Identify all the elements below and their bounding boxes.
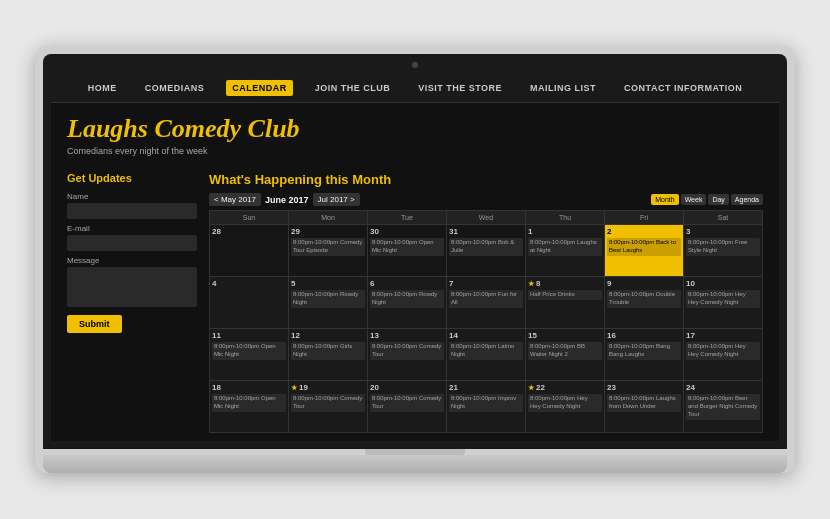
date-number: 24 — [686, 383, 760, 392]
view-agenda-btn[interactable]: Agenda — [731, 194, 763, 205]
contact-sidebar: Get Updates Name E-mail Message Submit — [67, 172, 197, 433]
day-mon: Mon — [289, 211, 368, 225]
calendar-cell[interactable]: 28 — [210, 225, 289, 277]
calendar-cell[interactable]: 98:00pm-10:00pm Double Trouble — [605, 277, 684, 329]
date-number: 4 — [212, 279, 286, 288]
date-number: 18 — [212, 383, 286, 392]
calendar-cell[interactable]: 248:00pm-10:00pm Beer and Burger Night C… — [684, 381, 763, 433]
star-icon: ★ — [528, 384, 536, 391]
calendar-event[interactable]: 8:00pm-10:00pm Rowdy Night — [370, 290, 444, 308]
calendar-cell[interactable]: ★ 198:00pm-10:00pm Comedy Tour — [289, 381, 368, 433]
calendar-event[interactable]: 8:00pm-10:00pm Comedy Tour — [291, 394, 365, 412]
calendar-cell[interactable]: 18:00pm-10:00pm Laughs at Night — [526, 225, 605, 277]
calendar-cell[interactable]: 158:00pm-10:00pm BB Waiter Night 2 — [526, 329, 605, 381]
current-month: June 2017 — [265, 195, 309, 205]
calendar-cell[interactable]: 38:00pm-10:00pm Free Style Night — [684, 225, 763, 277]
calendar-cell[interactable]: 178:00pm-10:00pm Hey Hey Comedy Night — [684, 329, 763, 381]
calendar-event[interactable]: 8:00pm-10:00pm BB Waiter Night 2 — [528, 342, 602, 360]
calendar-event[interactable]: 8:00pm-10:00pm Back to Best Laughs — [607, 238, 681, 256]
calendar-event[interactable]: 8:00pm-10:00pm Laughs from Down Under — [607, 394, 681, 412]
calendar-cell[interactable]: 108:00pm-10:00pm Hey Hey Comedy Night — [684, 277, 763, 329]
date-number: 13 — [370, 331, 444, 340]
calendar-event[interactable]: 8:00pm-10:00pm Comedy Tour Episode — [291, 238, 365, 256]
calendar-event[interactable]: 8:00pm-10:00pm Bob & Julie — [449, 238, 523, 256]
calendar-cell[interactable]: ★ 8Half Price Drinks — [526, 277, 605, 329]
calendar-cell[interactable]: 168:00pm-10:00pm Bang Bang Laughs — [605, 329, 684, 381]
calendar-event[interactable]: 8:00pm-10:00pm Free Style Night — [686, 238, 760, 256]
prev-month-btn[interactable]: < May 2017 — [209, 193, 261, 206]
day-sat: Sat — [684, 211, 763, 225]
calendar-cell[interactable]: 28:00pm-10:00pm Back to Best Laughs — [605, 225, 684, 277]
calendar-controls: < May 2017 June 2017 Jul 2017 > Month We… — [209, 193, 763, 206]
date-number: 12 — [291, 331, 365, 340]
calendar-cell[interactable]: 138:00pm-10:00pm Comedy Tour — [368, 329, 447, 381]
calendar-cell[interactable]: 58:00pm-10:00pm Rowdy Night — [289, 277, 368, 329]
date-number: 9 — [607, 279, 681, 288]
calendar-event[interactable]: 8:00pm-10:00pm Girls Night — [291, 342, 365, 360]
calendar-cell[interactable]: 118:00pm-10:00pm Open Mic Night — [210, 329, 289, 381]
message-input[interactable] — [67, 267, 197, 307]
calendar-cell[interactable]: 318:00pm-10:00pm Bob & Julie — [447, 225, 526, 277]
calendar-event[interactable]: 8:00pm-10:00pm Laughs at Night — [528, 238, 602, 256]
date-number: 31 — [449, 227, 523, 236]
nav-calendar[interactable]: CALENDAR — [226, 80, 293, 96]
date-number: 30 — [370, 227, 444, 236]
nav-home[interactable]: HOME — [82, 80, 123, 96]
calendar-cell[interactable]: 188:00pm-10:00pm Open Mic Night — [210, 381, 289, 433]
nav-contact[interactable]: CONTACT INFORMATION — [618, 80, 748, 96]
date-number: 14 — [449, 331, 523, 340]
date-number: 11 — [212, 331, 286, 340]
calendar-event[interactable]: 8:00pm-10:00pm Beer and Burger Night Com… — [686, 394, 760, 419]
calendar-cell[interactable]: 4 — [210, 277, 289, 329]
nav-comedians[interactable]: COMEDIANS — [139, 80, 211, 96]
calendar-event[interactable]: 8:00pm-10:00pm Hey Hey Comedy Night — [686, 290, 760, 308]
nav-join[interactable]: JOIN THE CLUB — [309, 80, 397, 96]
calendar-cell[interactable]: 68:00pm-10:00pm Rowdy Night — [368, 277, 447, 329]
calendar-cell[interactable]: 218:00pm-10:00pm Improv Night — [447, 381, 526, 433]
view-buttons: Month Week Day Agenda — [651, 194, 763, 205]
calendar-event[interactable]: 8:00pm-10:00pm Comedy Tour — [370, 394, 444, 412]
message-label: Message — [67, 256, 197, 265]
calendar-event[interactable]: 8:00pm-10:00pm Hey Hey Comedy Night — [528, 394, 602, 412]
calendar-event[interactable]: 8:00pm-10:00pm Latino Night — [449, 342, 523, 360]
calendar-cell[interactable]: 308:00pm-10:00pm Open Mic Night — [368, 225, 447, 277]
calendar-event[interactable]: 8:00pm-10:00pm Double Trouble — [607, 290, 681, 308]
calendar-cell[interactable]: 298:00pm-10:00pm Comedy Tour Episode — [289, 225, 368, 277]
calendar-event[interactable]: 8:00pm-10:00pm Hey Hey Comedy Night — [686, 342, 760, 360]
star-icon: ★ — [528, 280, 536, 287]
calendar-event[interactable]: Half Price Drinks — [528, 290, 602, 300]
next-month-btn[interactable]: Jul 2017 > — [313, 193, 360, 206]
calendar-event[interactable]: 8:00pm-10:00pm Open Mic Night — [212, 394, 286, 412]
calendar-event[interactable]: 8:00pm-10:00pm Bang Bang Laughs — [607, 342, 681, 360]
view-week-btn[interactable]: Week — [681, 194, 707, 205]
calendar-week-row: 458:00pm-10:00pm Rowdy Night68:00pm-10:0… — [210, 277, 763, 329]
email-input[interactable] — [67, 235, 197, 251]
calendar-cell[interactable]: 128:00pm-10:00pm Girls Night — [289, 329, 368, 381]
calendar-section: What's Happening this Month < May 2017 J… — [209, 172, 763, 433]
calendar-event[interactable]: 8:00pm-10:00pm Rowdy Night — [291, 290, 365, 308]
calendar-event[interactable]: 8:00pm-10:00pm Open Mic Night — [212, 342, 286, 360]
view-day-btn[interactable]: Day — [708, 194, 728, 205]
calendar-event[interactable]: 8:00pm-10:00pm Improv Night — [449, 394, 523, 412]
date-number: 6 — [370, 279, 444, 288]
nav-mailing[interactable]: MAILING LIST — [524, 80, 602, 96]
calendar-cell[interactable]: ★ 228:00pm-10:00pm Hey Hey Comedy Night — [526, 381, 605, 433]
submit-button[interactable]: Submit — [67, 315, 122, 333]
calendar-event[interactable]: 8:00pm-10:00pm Comedy Tour — [370, 342, 444, 360]
hero-section: Laughs Comedy Club Comedians every night… — [51, 103, 779, 165]
email-label: E-mail — [67, 224, 197, 233]
nav-store[interactable]: VISIT THE STORE — [412, 80, 508, 96]
calendar-cell[interactable]: 148:00pm-10:00pm Latino Night — [447, 329, 526, 381]
laptop-base — [43, 455, 787, 473]
calendar-cell[interactable]: 238:00pm-10:00pm Laughs from Down Under — [605, 381, 684, 433]
calendar-cell[interactable]: 208:00pm-10:00pm Comedy Tour — [368, 381, 447, 433]
main-content: Get Updates Name E-mail Message Submit W… — [51, 164, 779, 441]
calendar-event[interactable]: 8:00pm-10:00pm Fun for All — [449, 290, 523, 308]
name-input[interactable] — [67, 203, 197, 219]
calendar-week-row: 188:00pm-10:00pm Open Mic Night★ 198:00p… — [210, 381, 763, 433]
calendar-event[interactable]: 8:00pm-10:00pm Open Mic Night — [370, 238, 444, 256]
view-month-btn[interactable]: Month — [651, 194, 678, 205]
date-number: 17 — [686, 331, 760, 340]
calendar-cell[interactable]: 78:00pm-10:00pm Fun for All — [447, 277, 526, 329]
screen-bezel: HOME COMEDIANS CALENDAR JOIN THE CLUB VI… — [43, 54, 787, 450]
